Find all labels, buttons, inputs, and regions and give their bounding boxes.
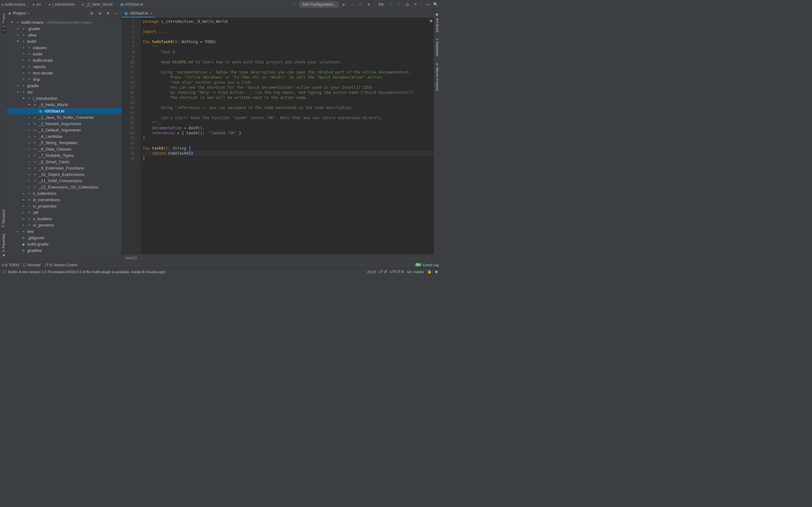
- tree-arrow-closed[interactable]: ▸: [21, 198, 26, 201]
- git-branch[interactable]: Git: master: [407, 270, 424, 274]
- tree-arrow-closed[interactable]: ▸: [21, 211, 26, 214]
- breadcrumb-item[interactable]: ▸kotlin-koans: [2, 2, 26, 7]
- tree-arrow-closed[interactable]: ▸: [21, 205, 26, 208]
- editor[interactable]: 1235678910111213141516171819202122232425…: [122, 18, 434, 254]
- search-everywhere-icon[interactable]: 🔍: [432, 1, 439, 8]
- tree-folder[interactable]: ▸▪_7_Nullable_Types: [7, 152, 121, 158]
- tree-arrow-closed[interactable]: ▸: [21, 192, 26, 195]
- tree-folder[interactable]: ▸▪ii_collections: [7, 190, 121, 196]
- tree-arrow-closed[interactable]: ▸: [27, 128, 31, 131]
- tree-folder[interactable]: ▸▪test: [7, 228, 121, 234]
- tree-arrow-closed[interactable]: ▸: [16, 33, 20, 37]
- project-structure-icon[interactable]: ▭: [424, 1, 430, 8]
- tree-folder[interactable]: ▸▪vi_generics: [7, 222, 121, 228]
- tree-folder[interactable]: ▸▪iv_properties: [7, 203, 121, 209]
- tree-arrow-closed[interactable]: ▸: [21, 52, 26, 55]
- project-view-title[interactable]: Project: [13, 11, 26, 15]
- favorites-tool-button[interactable]: ★ 2: Favorites: [1, 233, 5, 259]
- code-area[interactable]: package i_introduction._0_Hello_World im…: [141, 18, 434, 254]
- tree-arrow-closed[interactable]: ▸: [27, 154, 31, 157]
- tree-arrow-closed[interactable]: ▸: [21, 223, 26, 227]
- tree-folder[interactable]: ▸▪_5_String_Templates: [7, 139, 121, 146]
- fold-gutter[interactable]: [138, 18, 141, 254]
- stop-icon[interactable]: ■: [365, 1, 372, 8]
- tree-arrow-closed[interactable]: ▸: [21, 65, 26, 68]
- project-tool-button[interactable]: ▪ 1: Project: [2, 11, 5, 34]
- tree-arrow-closed[interactable]: ▸: [21, 217, 26, 220]
- database-tool-button[interactable]: ≡ Database: [436, 37, 439, 58]
- tree-file[interactable]: ▣n00Start.kt: [7, 108, 121, 114]
- tree-arrow-open[interactable]: ▾: [10, 20, 14, 24]
- settings-icon[interactable]: ✲: [105, 10, 111, 16]
- breadcrumb-item[interactable]: ▸i_introduction: [49, 2, 74, 7]
- chevron-down-icon[interactable]: ▾: [28, 12, 29, 15]
- locate-icon[interactable]: ⊚: [89, 10, 95, 16]
- tree-folder[interactable]: ▸▪tmp: [7, 76, 121, 82]
- tree-folder[interactable]: ▸▪_8_Smart_Casts: [7, 158, 121, 165]
- vcs-revert-icon[interactable]: ↶: [412, 1, 419, 8]
- tree-folder[interactable]: ▾▪i_introduction: [7, 95, 121, 101]
- debug-icon[interactable]: ⌁: [349, 1, 355, 8]
- tree-file[interactable]: ≡gradlew: [7, 247, 121, 253]
- line-separator[interactable]: LF ⇵: [379, 270, 387, 274]
- tree-arrow-closed[interactable]: ▸: [27, 185, 31, 188]
- breadcrumb-item[interactable]: ▸_0_Hello_World: [82, 2, 112, 7]
- ant-build-tool-button[interactable]: ✱ Ant Build: [435, 11, 439, 33]
- tree-folder[interactable]: ▸▪_9_Extension_Functions: [7, 165, 121, 171]
- tree-arrow-closed[interactable]: ▸: [27, 135, 31, 138]
- tree-folder[interactable]: ▾▪_0_Hello_World: [7, 101, 121, 108]
- toolwindows-icon[interactable]: ▢: [3, 270, 6, 274]
- tree-arrow-closed[interactable]: ▸: [21, 46, 26, 49]
- tree-folder[interactable]: ▸▪v_builders: [7, 216, 121, 222]
- breadcrumb-item[interactable]: ▸src: [33, 2, 41, 7]
- hide-icon[interactable]: —: [113, 10, 119, 16]
- run-config-selector[interactable]: Add Configuration...: [299, 1, 339, 8]
- todo-tool-button[interactable]: ≡ 6: TODO: [2, 263, 19, 267]
- caret-position[interactable]: 28:23: [367, 270, 376, 274]
- tree-arrow-closed[interactable]: ▸: [27, 147, 31, 151]
- maven-tool-button[interactable]: m Maven Projects: [436, 62, 439, 93]
- tree-arrow-closed[interactable]: ▸: [16, 27, 20, 30]
- structure-tool-button[interactable]: 7: Structure: [2, 208, 5, 229]
- tree-arrow-closed[interactable]: ▸: [27, 173, 31, 176]
- tree-folder[interactable]: ▸▪classes: [7, 44, 121, 51]
- tree-file[interactable]: ◆build.gradle: [7, 241, 121, 247]
- tree-folder[interactable]: ▸▪kotlin: [7, 51, 121, 57]
- coverage-icon[interactable]: ◴: [357, 1, 363, 8]
- breadcrumb-bar[interactable]: task0(): [122, 254, 434, 261]
- run-icon[interactable]: ▶: [341, 1, 347, 8]
- status-message[interactable]: Kotlin: A new version 1.2.70-release-IJ2…: [8, 270, 165, 274]
- editor-tab[interactable]: ▣ n00Start.kt ×: [122, 9, 155, 17]
- tree-arrow-closed[interactable]: ▸: [16, 230, 20, 233]
- tree-arrow-closed[interactable]: ▸: [27, 166, 31, 170]
- tree-arrow-closed[interactable]: ▸: [27, 122, 31, 125]
- tree-folder[interactable]: ▸▪.idea: [7, 32, 121, 38]
- lock-icon[interactable]: 🔒: [427, 270, 432, 274]
- tree-arrow-closed[interactable]: ▸: [21, 59, 26, 62]
- tree-folder[interactable]: ▾▪build: [7, 38, 121, 44]
- inspection-marker[interactable]: [430, 20, 432, 22]
- tree-arrow-open[interactable]: ▾: [16, 90, 20, 94]
- tree-folder[interactable]: ▸▪_2_Named_Arguments: [7, 120, 121, 127]
- tree-arrow-closed[interactable]: ▸: [27, 141, 31, 144]
- tree-folder[interactable]: ▸▪_1_Java_To_Kotlin_Converter: [7, 114, 121, 120]
- tree-folder[interactable]: ▸▪iii_conventions: [7, 196, 121, 203]
- tree-arrow-closed[interactable]: ▸: [21, 71, 26, 74]
- file-encoding[interactable]: UTF-8 ⇵: [390, 270, 404, 274]
- tree-folder[interactable]: ▸▪_6_Data_Classes: [7, 146, 121, 152]
- tree-arrow-closed[interactable]: ▸: [27, 116, 31, 119]
- version-control-tool-button[interactable]: ⎇ 9: Version Control: [44, 263, 78, 267]
- tree-folder[interactable]: ▸▪reports: [7, 63, 121, 70]
- tree-folder[interactable]: ▾▪kotlin-koans~/Workspace/kotlin-koans: [7, 19, 121, 25]
- tree-arrow-closed[interactable]: ▸: [21, 78, 26, 81]
- tree-folder[interactable]: ▸▪kotlin-build: [7, 57, 121, 63]
- tree-folder[interactable]: ▸▪_10_Object_Expressions: [7, 171, 121, 177]
- tree-folder[interactable]: ▸▪_3_Default_Arguments: [7, 127, 121, 133]
- tree-folder[interactable]: ▸▪util: [7, 209, 121, 216]
- hat-icon[interactable]: ◉: [435, 270, 438, 274]
- vcs-history-icon[interactable]: ◷: [404, 1, 410, 8]
- tree-folder[interactable]: ▸▪.gradle: [7, 25, 121, 32]
- breadcrumb-item[interactable]: ▣n00Start.kt: [120, 2, 143, 7]
- project-tree[interactable]: ▾▪kotlin-koans~/Workspace/kotlin-koans▸▪…: [7, 18, 121, 261]
- tree-folder[interactable]: ▸▪_4_Lambdas: [7, 133, 121, 139]
